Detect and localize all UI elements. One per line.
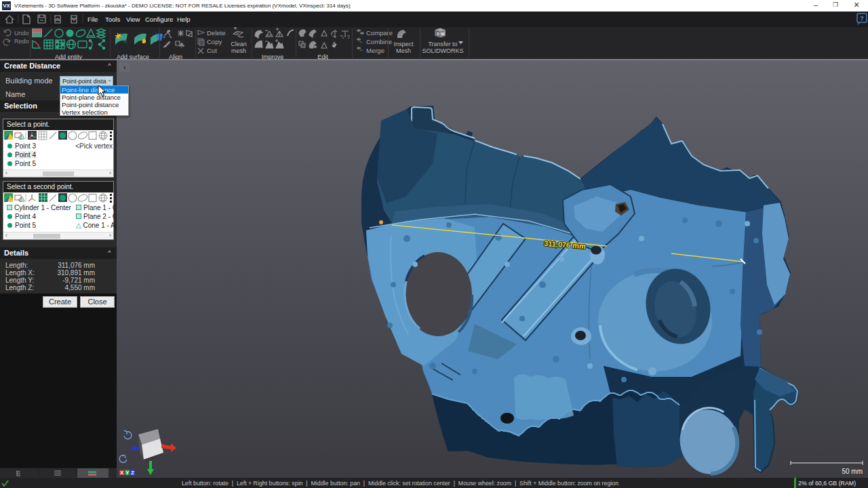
svg-text:50 mm: 50 mm bbox=[842, 468, 863, 475]
svg-text:Cut: Cut bbox=[207, 47, 217, 54]
svg-text:Copy: Copy bbox=[207, 38, 222, 45]
svg-text:X: X bbox=[120, 470, 124, 476]
svg-text:‹: ‹ bbox=[123, 64, 125, 71]
svg-text:Redo: Redo bbox=[14, 38, 29, 45]
svg-text:Delete: Delete bbox=[207, 29, 225, 37]
svg-text:Merge: Merge bbox=[366, 47, 384, 54]
svg-text:Compare: Compare bbox=[366, 29, 393, 37]
svg-text:Undo: Undo bbox=[14, 30, 29, 37]
svg-text:S: S bbox=[437, 32, 439, 36]
svg-text:?: ? bbox=[860, 15, 864, 22]
svg-text:Z: Z bbox=[131, 470, 134, 476]
svg-text:Y: Y bbox=[125, 470, 130, 476]
svg-text:W: W bbox=[441, 32, 445, 36]
